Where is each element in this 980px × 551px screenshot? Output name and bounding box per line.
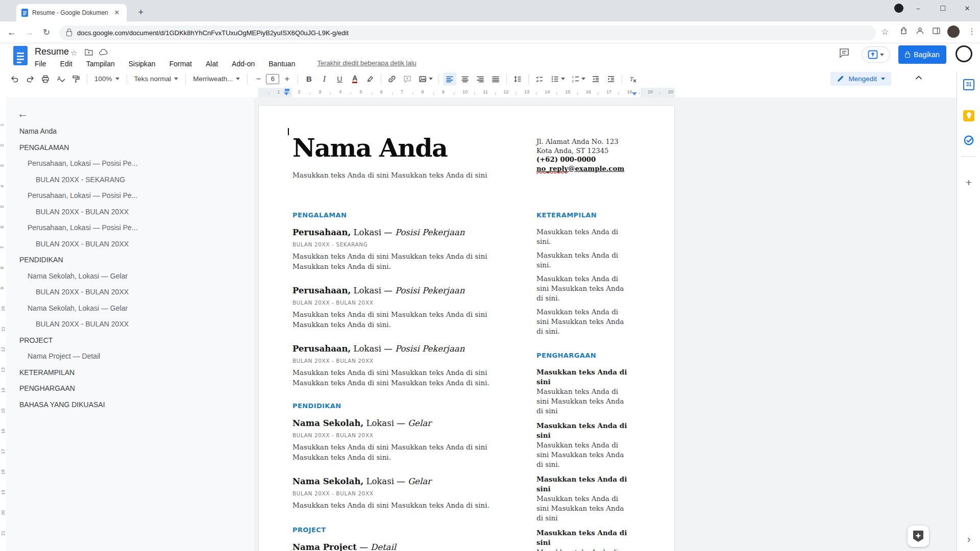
font-size-input[interactable]: 6	[266, 74, 279, 84]
get-addons-icon[interactable]: +	[963, 177, 975, 189]
horizontal-ruler[interactable]: 1234567891011121314151617181920	[6, 88, 957, 97]
vertical-ruler[interactable]: 12345678910111213141516171819202122	[0, 97, 6, 551]
align-center-icon[interactable]	[458, 72, 472, 86]
window-minimize-button[interactable]: –	[906, 0, 930, 17]
text-color-icon[interactable]: A	[348, 72, 361, 86]
menu-sisipkan[interactable]: Sisipkan	[128, 59, 157, 68]
back-icon[interactable]: ←	[5, 26, 18, 39]
docs-logo[interactable]	[13, 46, 28, 65]
zoom-select[interactable]: 100%	[91, 72, 122, 86]
paint-format-icon[interactable]	[69, 72, 83, 86]
collapse-toolbar-icon[interactable]	[914, 72, 924, 85]
menu-bantuan[interactable]: Bantuan	[267, 59, 296, 68]
menu-edit[interactable]: Edit	[59, 59, 74, 68]
spellcheck-icon[interactable]: A	[54, 72, 67, 86]
increase-font-icon[interactable]: +	[280, 72, 293, 86]
increase-indent-icon[interactable]	[604, 72, 618, 86]
numbered-list-icon[interactable]: 1.2.	[569, 72, 587, 86]
menu-addon[interactable]: Add-on	[231, 59, 256, 68]
browser-tab[interactable]: Resume - Google Dokumen ✕	[16, 4, 127, 21]
outline-item[interactable]: Perusahaan, Lokasi — Posisi Pe...	[6, 159, 254, 167]
outline-item[interactable]: PENDIDIKAN	[6, 256, 254, 264]
bookmark-star-icon[interactable]: ☆	[881, 27, 889, 37]
keep-icon[interactable]	[963, 110, 974, 121]
add-comment-icon[interactable]	[401, 72, 414, 86]
new-tab-button[interactable]: +	[134, 6, 148, 20]
left-indent-marker[interactable]	[284, 92, 289, 95]
star-doc-icon[interactable]: ☆	[70, 48, 77, 58]
forward-icon[interactable]: →	[22, 26, 36, 39]
menu-alat[interactable]: Alat	[205, 59, 219, 68]
menu-tampilan[interactable]: Tampilan	[85, 59, 116, 68]
outline-item[interactable]: PENGALAMAN	[6, 143, 254, 152]
explore-button[interactable]	[908, 525, 929, 547]
window-maximize-button[interactable]: ☐	[931, 0, 954, 17]
highlight-icon[interactable]	[363, 72, 377, 86]
outline-item[interactable]: Perusahaan, Lokasi — Posisi Pe...	[6, 191, 254, 199]
outline-item[interactable]: BULAN 20XX - BULAN 20XX	[6, 240, 254, 248]
insert-image-icon[interactable]	[416, 72, 434, 86]
outline-item[interactable]: Nama Project — Detail	[6, 352, 254, 360]
last-edit-link[interactable]: Terakhir diedit beberapa detik lalu	[317, 59, 416, 68]
outline-item[interactable]: Nama Anda	[6, 127, 254, 135]
extensions-icon[interactable]	[899, 27, 908, 37]
line-spacing-icon[interactable]	[511, 72, 524, 86]
right-indent-marker[interactable]	[632, 92, 637, 95]
present-button[interactable]	[862, 46, 890, 63]
outline-item[interactable]: BULAN 20XX - SEKARANG	[6, 176, 254, 184]
cloud-saved-icon[interactable]	[99, 48, 108, 57]
italic-icon[interactable]: I	[317, 72, 331, 86]
outline-item[interactable]: Nama Sekolah, Lokasi — Gelar	[6, 272, 254, 280]
checklist-icon[interactable]	[533, 72, 546, 86]
window-close-button[interactable]: ✕	[955, 0, 979, 17]
close-outline-icon[interactable]: ←	[17, 108, 28, 120]
decrease-font-icon[interactable]: −	[252, 72, 265, 86]
outline-item[interactable]: BAHASA YANG DIKUASAI	[6, 400, 254, 409]
font-select[interactable]: Merriweath...	[190, 72, 243, 86]
tab-close-icon[interactable]: ✕	[112, 8, 121, 17]
tasks-icon[interactable]	[963, 135, 974, 146]
outline-item[interactable]: Nama Sekolah, Lokasi — Gelar	[6, 304, 254, 312]
share-button[interactable]: Bagikan	[898, 45, 946, 64]
redo-icon[interactable]	[23, 72, 37, 86]
outline-item[interactable]: BULAN 20XX - BULAN 20XX	[6, 208, 254, 216]
chrome-avatar[interactable]	[947, 26, 960, 38]
menu-file[interactable]: File	[34, 59, 47, 68]
bold-icon[interactable]: B	[302, 72, 315, 86]
document-title[interactable]: Resume	[35, 46, 69, 57]
account-avatar[interactable]	[955, 45, 972, 62]
align-justify-icon[interactable]	[489, 72, 502, 86]
contact-email[interactable]: no_reply@example.com	[536, 164, 644, 173]
comment-history-icon[interactable]	[839, 47, 850, 61]
outline-item[interactable]: PROJECT	[6, 336, 254, 344]
menu-format[interactable]: Format	[168, 59, 193, 68]
paragraph-style-select[interactable]: Teks normal	[131, 72, 182, 86]
chrome-menu-icon[interactable]: ⋮	[968, 27, 976, 36]
outline-item[interactable]: KETERAMPILAN	[6, 368, 254, 377]
align-left-icon[interactable]	[443, 72, 456, 86]
outline-item[interactable]: PENGHARGAAN	[6, 384, 254, 392]
undo-icon[interactable]	[8, 72, 21, 86]
outline-item[interactable]: BULAN 20XX - BULAN 20XX	[6, 320, 254, 328]
outline-item[interactable]: Perusahaan, Lokasi — Posisi Pe...	[6, 223, 254, 232]
reload-icon[interactable]: ↻	[40, 26, 53, 39]
show-side-panel-icon[interactable]: ›	[963, 533, 974, 545]
move-folder-icon[interactable]	[85, 48, 93, 57]
document-page[interactable]: Jl. Alamat Anda No. 123 Kota Anda, ST 12…	[258, 105, 675, 551]
calendar-icon[interactable]: 31	[963, 79, 974, 90]
underline-icon[interactable]: U	[333, 72, 346, 86]
bullet-list-icon[interactable]	[548, 72, 567, 86]
address-bar[interactable]: docs.google.com/document/d/1GDKk8hYhCnFv…	[59, 26, 876, 40]
print-icon[interactable]	[39, 72, 52, 86]
align-right-icon[interactable]	[474, 72, 487, 86]
ruler-number: 16	[586, 89, 591, 94]
clear-formatting-icon[interactable]: T	[626, 72, 640, 86]
side-panel-icon[interactable]	[932, 27, 941, 37]
first-line-indent-marker[interactable]	[285, 89, 289, 91]
insert-link-icon[interactable]	[385, 72, 399, 86]
decrease-indent-icon[interactable]	[589, 72, 602, 86]
outline-item[interactable]: BULAN 20XX - BULAN 20XX	[6, 288, 254, 296]
mode-button[interactable]: Mengedit	[830, 72, 891, 86]
profile-icon[interactable]	[916, 27, 924, 37]
extension-dot-icon[interactable]	[894, 4, 903, 13]
